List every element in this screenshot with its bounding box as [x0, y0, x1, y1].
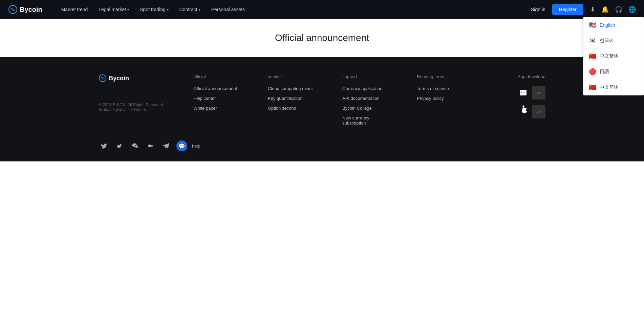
- footer-link-official-announcement[interactable]: Official announcement: [193, 86, 241, 91]
- spot-trading-chevron-icon: ▾: [167, 8, 169, 12]
- footer-col-service: service Cloud computing miner Key quanti…: [268, 74, 315, 130]
- footer: Bycoin © 2021 BIKOX. All Rights Reserved…: [0, 57, 644, 161]
- nav-personal-assets[interactable]: Personal assets: [206, 0, 251, 19]
- page-rest-area: [0, 161, 644, 263]
- footer-link-help-center[interactable]: Help center: [193, 96, 241, 101]
- footer-brand: Bycoin © 2021 BIKOX. All Rights Reserved…: [99, 74, 173, 130]
- lang-item-korean[interactable]: 🇰🇷 한국어: [583, 33, 644, 48]
- header-icons: ⬇ 🔔 🎧 🌐: [590, 6, 636, 13]
- lang-korean-label: 한국어: [600, 38, 614, 44]
- android-icon: [518, 86, 529, 99]
- android-qr: QR: [532, 86, 545, 99]
- footer-logo: Bycoin: [99, 74, 173, 82]
- kr-flag-icon: 🇰🇷: [589, 37, 596, 44]
- footer-col-reading: Reading terms Terms of service Privacy p…: [417, 74, 464, 130]
- footer-col-support: support Currency application API documen…: [342, 74, 390, 130]
- nav-market-trend[interactable]: Market trend: [56, 0, 93, 19]
- main-nav: Market trend Legal market ▾ Spot trading…: [56, 0, 531, 19]
- footer-link-white-paper[interactable]: White paper: [193, 106, 241, 111]
- footer-social: 💬 help: [85, 140, 559, 151]
- footer-link-currency-application[interactable]: Currency application: [342, 86, 390, 91]
- telegram-icon[interactable]: [161, 140, 172, 151]
- contract-chevron-icon: ▾: [199, 8, 200, 12]
- footer-link-key-quantification[interactable]: Key quantification: [268, 96, 315, 101]
- language-dropdown: 🇺🇸 English 🇰🇷 한국어 🇨🇳 中文繁体 🔴 日語 🇨🇳 中文简体: [583, 17, 644, 95]
- nav-legal-market[interactable]: Legal market ▾: [93, 0, 134, 19]
- weibo-icon[interactable]: [114, 140, 125, 151]
- nav-contract[interactable]: Contract ▾: [174, 0, 206, 19]
- footer-col-service-title: service: [268, 74, 315, 79]
- footer-logo-text: Bycoin: [109, 75, 129, 82]
- help-label: help: [192, 143, 200, 149]
- footer-link-bycoin-college[interactable]: Bycoin College: [342, 106, 390, 111]
- footer-col-reading-title: Reading terms: [417, 74, 464, 79]
- lang-item-chinese-simplified[interactable]: 🇨🇳 中文简体: [583, 80, 644, 95]
- footer-app-download: App download QR: [485, 74, 545, 130]
- svg-point-2: [521, 91, 522, 92]
- footer-columns: official Official announcement Help cent…: [193, 74, 464, 130]
- footer-link-privacy[interactable]: Privacy policy: [417, 96, 464, 101]
- notification-icon[interactable]: 🔔: [601, 6, 609, 13]
- wechat-icon[interactable]: [130, 140, 141, 151]
- header: Bycoin Market trend Legal market ▾ Spot …: [0, 0, 644, 19]
- download-icon[interactable]: ⬇: [590, 6, 595, 13]
- lang-chinese-simp-label: 中文简体: [600, 84, 619, 90]
- lang-english-label: English: [600, 22, 615, 28]
- header-actions: Sign in Register ⬇ 🔔 🎧 🌐: [531, 4, 636, 15]
- twitter-icon[interactable]: [99, 140, 109, 151]
- footer-logo-icon: [99, 74, 107, 82]
- nav-spot-trading[interactable]: Spot trading ▾: [134, 0, 174, 19]
- medium-icon[interactable]: [145, 140, 156, 151]
- footer-col-support-title: support: [342, 74, 390, 79]
- footer-inner: Bycoin © 2021 BIKOX. All Rights Reserved…: [85, 74, 559, 130]
- svg-point-3: [524, 91, 525, 92]
- lang-japanese-label: 日語: [600, 69, 609, 75]
- logo[interactable]: Bycoin: [8, 5, 42, 14]
- announcement-section: Official announcement: [0, 19, 644, 57]
- lang-item-chinese-traditional[interactable]: 🇨🇳 中文繁体: [583, 48, 644, 64]
- cn-flag-icon-trad: 🇨🇳: [589, 52, 596, 60]
- ios-download[interactable]: QR: [485, 105, 545, 118]
- us-flag-icon: 🇺🇸: [589, 21, 596, 29]
- footer-link-option-second[interactable]: Option second: [268, 106, 315, 111]
- apple-icon: [518, 105, 529, 118]
- android-download[interactable]: QR: [485, 86, 545, 99]
- sign-in-button[interactable]: Sign in: [531, 7, 545, 12]
- announcement-title: Official announcement: [0, 32, 644, 43]
- footer-link-terms[interactable]: Terms of service: [417, 86, 464, 91]
- footer-col-official: official Official announcement Help cent…: [193, 74, 241, 130]
- language-globe-icon[interactable]: 🌐: [628, 6, 636, 13]
- lang-item-english[interactable]: 🇺🇸 English: [583, 17, 644, 33]
- register-button[interactable]: Register: [552, 4, 583, 15]
- footer-app-title: App download: [485, 74, 545, 79]
- logo-icon: [8, 5, 18, 14]
- svg-point-5: [117, 145, 121, 148]
- footer-link-cloud-computing[interactable]: Cloud computing miner: [268, 86, 315, 91]
- lang-chinese-trad-label: 中文繁体: [600, 53, 619, 59]
- legal-market-chevron-icon: ▾: [127, 8, 129, 12]
- ios-qr: QR: [532, 105, 545, 118]
- chat-icon[interactable]: 💬: [176, 140, 187, 151]
- headset-icon[interactable]: 🎧: [615, 6, 622, 13]
- footer-copyright: © 2021 BIKOX. All Rights Reserved Global…: [99, 103, 173, 112]
- lang-item-japanese[interactable]: 🔴 日語: [583, 64, 644, 80]
- logo-text: Bycoin: [20, 6, 42, 14]
- footer-link-api-docs[interactable]: API documentation: [342, 96, 390, 101]
- footer-col-official-title: official: [193, 74, 241, 79]
- jp-flag-icon: 🔴: [589, 68, 596, 75]
- cn-flag-icon-simp: 🇨🇳: [589, 84, 596, 91]
- footer-link-new-currency[interactable]: New currency subscription: [342, 115, 390, 126]
